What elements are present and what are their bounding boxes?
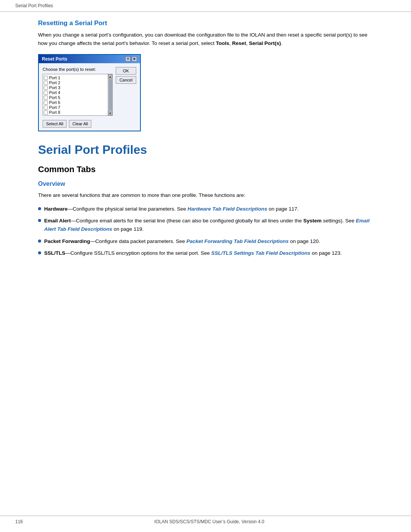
dialog-footer: Select All Clear All	[39, 118, 140, 131]
page-container: Serial Port Profiles Resetting a Serial …	[0, 0, 411, 532]
dialog-listbox-inner: Port 1 Port 2 Port 3 Port 4 Port 5 Port …	[44, 75, 112, 116]
scroll-thumb[interactable]	[108, 79, 112, 110]
port6-checkbox[interactable]	[44, 101, 48, 105]
scroll-up-arrow[interactable]: ▲	[108, 74, 112, 79]
port3-label: Port 3	[49, 85, 60, 90]
list-item: Email Alert—Configure email alerts for t…	[38, 217, 373, 233]
footer-center-text: IOLAN SDS/SCS/STS/MDC User’s Guide, Vers…	[155, 519, 264, 524]
page-footer: 116 IOLAN SDS/SCS/STS/MDC User’s Guide, …	[0, 516, 411, 524]
email-alert-bold: Email Alert	[44, 218, 71, 224]
ok-button[interactable]: OK	[116, 67, 136, 75]
dialog-title: Reset Ports	[42, 56, 67, 62]
resetting-bold2: Reset	[232, 40, 246, 46]
page-number: 116	[15, 519, 23, 524]
listbox-scrollbar[interactable]: ▲ ▼	[108, 74, 112, 115]
system-bold: System	[303, 218, 322, 224]
port2-label: Port 2	[49, 80, 60, 85]
select-all-button[interactable]: Select All	[43, 120, 67, 128]
list-item[interactable]: Port 8	[44, 110, 107, 115]
bullet-dot	[38, 251, 41, 254]
dialog-help-button[interactable]: ?	[125, 56, 131, 62]
resetting-bold3: Serial Port(s)	[249, 40, 281, 46]
port1-checkbox[interactable]	[44, 76, 48, 80]
dialog-listbox[interactable]: Port 1 Port 2 Port 3 Port 4 Port 5 Port …	[43, 74, 113, 116]
resetting-bold1: Tools	[216, 40, 229, 46]
bullet-list: Hardware—Configure the physical serial l…	[38, 205, 373, 257]
port5-label: Port 5	[49, 95, 60, 100]
packet-forwarding-link[interactable]: Packet Forwarding Tab Field Descriptions	[186, 238, 289, 244]
port4-checkbox[interactable]	[44, 91, 48, 95]
dialog-right: OK Cancel	[116, 67, 136, 116]
resetting-paragraph: When you change a serial port's configur…	[38, 31, 373, 47]
dialog-wrapper: Reset Ports ? ✕ Choose the port(s) to re…	[38, 54, 373, 131]
port9-label: Port 9	[49, 115, 60, 116]
hardware-link[interactable]: Hardware Tab Field Descriptions	[188, 206, 268, 212]
ssl-tls-link[interactable]: SSL/TLS Settings Tab Field Descriptions	[211, 250, 311, 256]
dialog-left: Choose the port(s) to reset: Port 1 Port…	[43, 67, 113, 116]
resetting-period: .	[281, 40, 282, 46]
hardware-bullet-text: Hardware—Configure the physical serial l…	[44, 205, 299, 213]
port6-label: Port 6	[49, 100, 60, 105]
list-item[interactable]: Port 3	[44, 85, 107, 90]
list-item: SSL/TLS—Configure SSL/TLS encryption opt…	[38, 249, 373, 257]
port1-label: Port 1	[49, 75, 60, 80]
resetting-comma1: ,	[229, 40, 232, 46]
page-header: Serial Port Profiles	[0, 0, 411, 12]
bullet-dot	[38, 207, 41, 210]
list-item: Hardware—Configure the physical serial l…	[38, 205, 373, 213]
list-item: Packet Forwarding—Configure data packet …	[38, 237, 373, 246]
bullet-dot	[38, 240, 41, 243]
chapter-title: Serial Port Profiles	[38, 143, 373, 158]
overview-intro: There are several functions that are com…	[38, 191, 373, 200]
packet-forwarding-bullet-text: Packet Forwarding—Configure data packet …	[44, 237, 320, 246]
dialog-title-buttons: ? ✕	[125, 56, 137, 62]
dialog-close-button[interactable]: ✕	[132, 56, 137, 62]
port2-checkbox[interactable]	[44, 81, 48, 85]
bullet-dot	[38, 219, 41, 222]
port8-label: Port 8	[49, 110, 60, 115]
port4-label: Port 4	[49, 90, 60, 95]
list-item[interactable]: Port 2	[44, 80, 107, 85]
port7-label: Port 7	[49, 105, 60, 110]
port9-checkbox[interactable]	[44, 115, 48, 116]
main-content: Resetting a Serial Port When you change …	[0, 12, 411, 284]
list-item[interactable]: Port 5	[44, 95, 107, 100]
port8-checkbox[interactable]	[44, 110, 48, 115]
resetting-section-title: Resetting a Serial Port	[38, 19, 373, 27]
resetting-text-before: When you change a serial port's configur…	[38, 32, 368, 46]
packet-forwarding-bold: Packet Forwarding	[44, 238, 90, 244]
list-item[interactable]: Port 6	[44, 100, 107, 105]
resetting-section: Resetting a Serial Port When you change …	[38, 19, 373, 131]
ssl-tls-bold: SSL/TLS	[44, 250, 65, 256]
reset-ports-dialog: Reset Ports ? ✕ Choose the port(s) to re…	[38, 54, 141, 131]
port7-checkbox[interactable]	[44, 105, 48, 110]
list-item[interactable]: Port 1	[44, 75, 107, 80]
port5-checkbox[interactable]	[44, 96, 48, 100]
scroll-down-arrow[interactable]: ▼	[108, 111, 112, 115]
list-item[interactable]: Port 4	[44, 90, 107, 95]
ssl-tls-bullet-text: SSL/TLS—Configure SSL/TLS encryption opt…	[44, 249, 342, 257]
dialog-body: Choose the port(s) to reset: Port 1 Port…	[39, 63, 140, 118]
breadcrumb: Serial Port Profiles	[15, 3, 53, 8]
email-alert-bullet-text: Email Alert—Configure email alerts for t…	[44, 217, 373, 233]
port3-checkbox[interactable]	[44, 86, 48, 90]
common-tabs-title: Common Tabs	[38, 165, 373, 174]
hardware-bold: Hardware	[44, 206, 68, 212]
list-item[interactable]: Port 9	[44, 115, 107, 116]
clear-all-button[interactable]: Clear All	[69, 120, 91, 128]
dialog-titlebar: Reset Ports ? ✕	[39, 55, 140, 63]
list-item[interactable]: Port 7	[44, 105, 107, 110]
overview-title: Overview	[38, 181, 373, 187]
dialog-instruction: Choose the port(s) to reset:	[43, 67, 113, 72]
cancel-button[interactable]: Cancel	[116, 76, 136, 84]
